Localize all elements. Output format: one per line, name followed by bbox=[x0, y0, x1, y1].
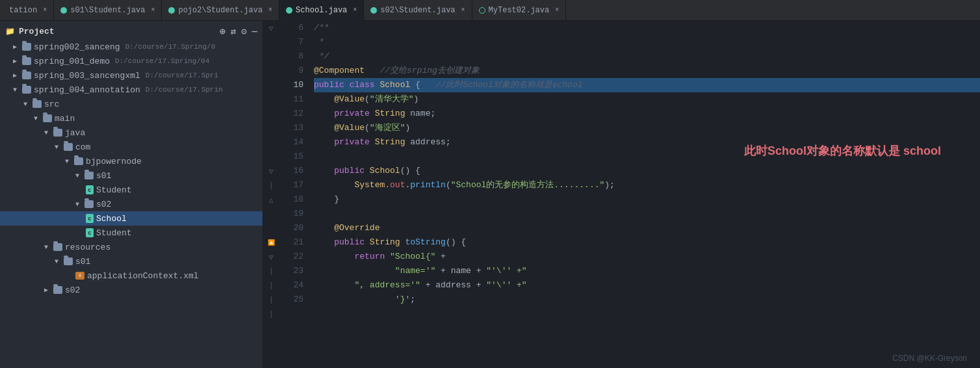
tree-item-label: s01 bbox=[75, 257, 90, 267]
folder-icon bbox=[53, 286, 62, 294]
code-line: */ bbox=[314, 49, 980, 64]
folder-icon bbox=[32, 100, 42, 108]
tree-item-label: spring_004_annotation bbox=[34, 85, 140, 95]
tree-item-student-s02[interactable]: C Student bbox=[0, 226, 263, 240]
code-line: public School() { bbox=[314, 164, 980, 178]
tab-close-icon[interactable]: × bbox=[461, 7, 465, 14]
folder-icon bbox=[64, 257, 73, 265]
expand-arrow: ▼ bbox=[13, 86, 19, 94]
tree-item-label: Student bbox=[96, 185, 132, 195]
tab-close-icon[interactable]: × bbox=[353, 7, 357, 14]
tree-item-bjpowernode[interactable]: ▼ bjpowernode bbox=[0, 154, 263, 168]
tree-item-path: D:/course/17.Spring/0 bbox=[125, 43, 216, 51]
minus-icon[interactable]: — bbox=[252, 26, 257, 37]
tree-item-resources[interactable]: ▼ resources bbox=[0, 240, 263, 254]
tree-item-spring001[interactable]: ▶ spring_001_demo D:/course/17.Spring/04 bbox=[0, 54, 263, 68]
tree-item-school[interactable]: C School bbox=[0, 211, 263, 226]
expand-arrow: ▼ bbox=[55, 144, 61, 151]
tab-mytest[interactable]: MyTest02.java × bbox=[472, 0, 567, 21]
code-line: public String toString() { bbox=[314, 235, 980, 250]
expand-arrow: ▼ bbox=[75, 172, 82, 179]
code-line bbox=[314, 207, 980, 221]
watermark: CSDN @KK-Greyson bbox=[892, 354, 967, 363]
tree-item-java[interactable]: ▼ java bbox=[0, 125, 263, 140]
code-line: @Override bbox=[314, 221, 980, 235]
tree-item-appcontext[interactable]: X applicationContext.xml bbox=[0, 269, 263, 283]
tab-bar: tation × s01\Student.java × pojo2\Studen… bbox=[0, 0, 980, 21]
code-line: ", address='" + address + "'\'' +" bbox=[314, 278, 980, 293]
tree-item-label: bjpowernode bbox=[86, 157, 142, 166]
tab-s02-student[interactable]: s02\Student.java × bbox=[364, 0, 472, 21]
tab-file-icon bbox=[168, 7, 175, 14]
expand-arrow: ▼ bbox=[65, 158, 71, 165]
code-lines[interactable]: /** * */ @Component //交给srping去创建对象 publ… bbox=[309, 21, 980, 368]
tree-item-label: School bbox=[96, 214, 127, 224]
code-line: "name='" + name + "'\'' +" bbox=[314, 264, 980, 278]
tree-item-label: spring_003_sancengxml bbox=[34, 71, 140, 81]
code-line: @Value("清华大学") bbox=[314, 92, 980, 107]
tree-item-label: Student bbox=[96, 228, 132, 238]
tab-school[interactable]: School.java × bbox=[279, 0, 364, 21]
tree-item-path: D:/course/17.Spring/04 bbox=[115, 57, 209, 65]
sidebar-title: Project bbox=[19, 27, 55, 36]
fold-gutter: ▽ ▽ │ △ 🔼 ▽ │ │ │ │ bbox=[263, 21, 279, 368]
tree-item-spring004[interactable]: ▼ spring_004_annotation D:/course/17.Spr… bbox=[0, 83, 263, 97]
code-line: @Value("海淀区") bbox=[314, 121, 980, 135]
code-line: @Component //交给srping去创建对象 bbox=[314, 64, 980, 78]
tab-close-icon[interactable]: × bbox=[268, 7, 272, 14]
expand-arrow: ▼ bbox=[75, 201, 82, 208]
folder-icon bbox=[74, 157, 83, 165]
folder-icon bbox=[22, 72, 31, 79]
tree-item-spring002[interactable]: ▶ spring002_sanceng D:/course/17.Spring/… bbox=[0, 40, 263, 54]
java-file-icon: C bbox=[86, 185, 94, 194]
tab-close-icon[interactable]: × bbox=[151, 7, 155, 14]
code-line: /** bbox=[314, 21, 980, 35]
settings-icon[interactable]: ⚙ bbox=[241, 26, 246, 37]
tree-item-main[interactable]: ▼ main bbox=[0, 111, 263, 125]
tab-close-icon[interactable]: × bbox=[43, 7, 47, 14]
tab-close-icon[interactable]: × bbox=[555, 7, 559, 14]
expand-arrow: ▼ bbox=[23, 101, 30, 108]
line-numbers: 6 7 8 9 10 11 12 13 14 15 16 17 18 19 20… bbox=[279, 21, 309, 368]
code-line: return "School{" + bbox=[314, 250, 980, 264]
code-editor: ▽ ▽ │ △ 🔼 ▽ │ │ │ │ bbox=[263, 21, 980, 368]
java-file-icon: C bbox=[86, 214, 94, 223]
tab-file-icon bbox=[286, 7, 292, 14]
tree-item-s01[interactable]: ▼ s01 bbox=[0, 168, 263, 183]
folder-icon bbox=[22, 57, 31, 65]
annotation-popup: 此时School对象的名称默认是 school bbox=[744, 143, 941, 159]
project-sidebar: 📁 Project ⊕ ⇄ ⚙ — ▶ spring002_sanceng D:… bbox=[0, 21, 263, 368]
folder-icon bbox=[84, 200, 94, 208]
tree-item-label: spring_001_demo bbox=[34, 57, 110, 66]
tab-file-icon bbox=[370, 7, 377, 14]
tab-tation[interactable]: tation × bbox=[3, 0, 54, 21]
expand-arrow: ▶ bbox=[13, 57, 19, 65]
tree-item-label: applicationContext.xml bbox=[87, 271, 199, 281]
sidebar-icons: ⊕ ⇄ ⚙ — bbox=[220, 26, 257, 37]
tree-item-src[interactable]: ▼ src bbox=[0, 97, 263, 111]
tree-item-label: s02 bbox=[65, 285, 80, 295]
tree-item-student-s01[interactable]: C Student bbox=[0, 183, 263, 197]
sidebar-header: 📁 Project ⊕ ⇄ ⚙ — bbox=[0, 23, 263, 40]
add-icon[interactable]: ⊕ bbox=[220, 26, 225, 37]
tree-item-resources-s01[interactable]: ▼ s01 bbox=[0, 254, 263, 269]
folder-icon bbox=[53, 129, 62, 137]
tab-file-icon bbox=[60, 7, 67, 14]
tree-item-spring003[interactable]: ▶ spring_003_sancengxml D:/course/17.Spr… bbox=[0, 68, 263, 83]
tab-globe-icon bbox=[479, 7, 485, 14]
tree-item-com[interactable]: ▼ com bbox=[0, 140, 263, 154]
folder-icon bbox=[64, 143, 73, 151]
tab-s01-student[interactable]: s01\Student.java × bbox=[54, 0, 162, 21]
tree-item-path: D:/course/17.Spri bbox=[146, 72, 218, 79]
folder-icon bbox=[22, 86, 31, 94]
tree-item-label: main bbox=[55, 114, 75, 124]
tree-item-label: java bbox=[65, 128, 85, 138]
sync-icon[interactable]: ⇄ bbox=[231, 26, 236, 37]
tree-item-label: resources bbox=[65, 243, 110, 252]
tree-item-label: s01 bbox=[96, 171, 111, 181]
tree-item-resources-s02[interactable]: ▶ s02 bbox=[0, 283, 263, 297]
tree-item-s02[interactable]: ▼ s02 bbox=[0, 197, 263, 211]
tab-pojo2-student[interactable]: pojo2\Student.java × bbox=[162, 0, 279, 21]
code-line: * bbox=[314, 35, 980, 49]
main-layout: 📁 Project ⊕ ⇄ ⚙ — ▶ spring002_sanceng D:… bbox=[0, 21, 980, 368]
